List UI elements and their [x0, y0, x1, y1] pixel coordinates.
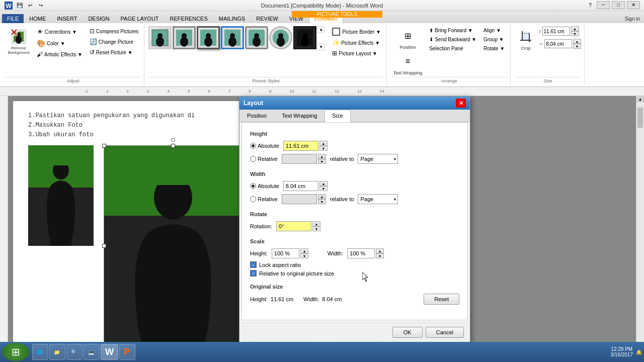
height-spinner[interactable]: ▲ ▼: [571, 26, 579, 36]
width-spinner[interactable]: ▲ ▼: [573, 39, 581, 49]
picture-effects-btn[interactable]: ✨ Picture Effects ▼: [330, 38, 383, 48]
bring-forward-btn[interactable]: ⬆ Bring Forward ▼: [427, 26, 479, 35]
scrollbar-vertical[interactable]: ▲ ▼: [636, 96, 644, 349]
rotation-value[interactable]: [276, 221, 311, 231]
handle-tl[interactable]: [102, 144, 106, 148]
group-btn[interactable]: Group ▼: [481, 35, 507, 44]
width-abs-up[interactable]: ▲: [319, 181, 328, 186]
style-2[interactable]: [173, 26, 196, 49]
tab-text-wrapping[interactable]: Text Wrapping: [274, 110, 325, 122]
style-scroll[interactable]: ▲ ▼: [317, 26, 325, 50]
text-wrapping-btn[interactable]: ≡ Text Wrapping: [391, 52, 425, 77]
height-relative-radio[interactable]: Relative: [250, 156, 278, 162]
style-3[interactable]: [197, 26, 220, 49]
scroll-track[interactable]: [636, 103, 644, 342]
small-image[interactable]: [28, 145, 94, 246]
sign-in-btn[interactable]: Sign in: [620, 15, 644, 23]
rotation-up[interactable]: ▲: [312, 221, 320, 226]
width-abs-spinner[interactable]: ▲ ▼: [319, 181, 328, 191]
height-absolute-radio[interactable]: Absolute: [250, 143, 279, 149]
picture-layout-btn[interactable]: ⊞ Picture Layout ▼: [330, 48, 383, 58]
height-abs-spinner[interactable]: ▲ ▼: [319, 141, 328, 151]
taskbar-explorer[interactable]: 📁: [49, 344, 65, 360]
height-relative-to-select[interactable]: Page: [358, 154, 398, 164]
width-down[interactable]: ▼: [573, 44, 581, 49]
relative-orig-row[interactable]: Relative to original picture size: [250, 270, 459, 277]
width-up[interactable]: ▲: [573, 39, 581, 44]
reset-picture-btn[interactable]: ↺ Reset Picture ▼: [87, 47, 141, 57]
style-scroll-down[interactable]: ▼: [317, 44, 325, 50]
large-image[interactable]: [104, 145, 242, 346]
style-6[interactable]: [269, 26, 292, 49]
scale-height-down[interactable]: ▼: [300, 253, 308, 258]
style-7[interactable]: [293, 26, 316, 49]
reset-btn[interactable]: Reset: [424, 294, 459, 305]
selection-pane-btn[interactable]: Selection Pane: [427, 44, 479, 53]
compress-pictures-btn[interactable]: ⊡ Compress Pictures: [87, 26, 141, 36]
crop-btn[interactable]: Crop: [515, 26, 537, 53]
rotate-handle[interactable]: [171, 138, 175, 142]
color-btn[interactable]: 🎨 Color ▼: [34, 38, 85, 49]
scale-width-down[interactable]: ▼: [376, 253, 384, 258]
remove-background-btn[interactable]: Remove Background: [5, 26, 32, 57]
taskbar-powerpoint[interactable]: P: [119, 344, 135, 360]
rotate-btn[interactable]: Rotate ▼: [481, 44, 507, 53]
corrections-btn[interactable]: ☀ Corrections ▼: [34, 26, 85, 37]
taskbar-notification[interactable]: 🔔: [636, 349, 642, 355]
position-btn[interactable]: ⊞ Position: [391, 26, 425, 51]
width-relative-radio[interactable]: Relative: [250, 196, 278, 202]
tab-mailings[interactable]: MAILINGS: [213, 14, 251, 23]
taskbar-ie[interactable]: 🌐: [32, 344, 48, 360]
scale-width-spinner[interactable]: ▲ ▼: [376, 248, 384, 258]
undo-quick-btn[interactable]: ↩: [26, 1, 35, 10]
lock-aspect-row[interactable]: Lock aspect ratio: [250, 261, 459, 268]
width-absolute-value[interactable]: [283, 181, 318, 191]
tab-size[interactable]: Size: [325, 110, 350, 122]
scale-width-up[interactable]: ▲: [376, 248, 384, 253]
style-5[interactable]: [245, 26, 268, 49]
height-relative-value[interactable]: [282, 154, 317, 164]
taskbar-magnifier[interactable]: 🔍: [66, 344, 83, 360]
height-down[interactable]: ▼: [571, 31, 579, 36]
rotation-spinner[interactable]: ▲ ▼: [312, 221, 320, 231]
rotation-down[interactable]: ▼: [312, 226, 320, 231]
width-relative-to-select-wrapper[interactable]: Page: [358, 194, 398, 204]
change-picture-btn[interactable]: 🔄 Change Picture: [87, 37, 141, 47]
lock-aspect-checkbox[interactable]: [250, 261, 257, 268]
width-relative-value[interactable]: [282, 194, 317, 204]
picture-border-btn[interactable]: Picture Border ▼: [330, 26, 383, 37]
taskbar-computer[interactable]: 💻: [84, 344, 100, 360]
style-scroll-up[interactable]: ▲: [317, 26, 325, 33]
help-btn[interactable]: ?: [586, 1, 595, 10]
tab-page-layout[interactable]: PAGE LAYOUT: [115, 14, 165, 23]
scale-height-spinner[interactable]: ▲ ▼: [300, 248, 308, 258]
tab-position[interactable]: Position: [239, 110, 274, 122]
dialog-close-btn[interactable]: ✕: [456, 99, 466, 108]
tab-file[interactable]: FILE: [2, 14, 24, 23]
width-relative-to-select[interactable]: Page: [358, 194, 398, 204]
height-absolute-value[interactable]: [283, 141, 318, 151]
handle-ml[interactable]: [102, 244, 106, 248]
taskbar-word[interactable]: W: [101, 344, 118, 360]
close-btn[interactable]: ✕: [627, 1, 640, 9]
artistic-btn[interactable]: 🖌 Artistic Effects ▼: [34, 49, 85, 59]
width-input[interactable]: [544, 39, 572, 48]
width-abs-down[interactable]: ▼: [319, 186, 328, 191]
height-relative-to-select-wrapper[interactable]: Page: [358, 154, 398, 164]
maximize-btn[interactable]: □: [612, 1, 625, 9]
style-4[interactable]: [221, 26, 244, 49]
tab-insert[interactable]: INSERT: [51, 14, 83, 23]
scroll-up-btn[interactable]: ▲: [636, 96, 644, 103]
style-1[interactable]: [148, 26, 172, 49]
scale-height-value[interactable]: [272, 248, 299, 258]
scroll-thumb[interactable]: [637, 108, 643, 128]
tab-home[interactable]: HOME: [24, 14, 51, 23]
start-button[interactable]: ⊞: [2, 343, 29, 361]
height-input[interactable]: [542, 27, 570, 36]
height-abs-down[interactable]: ▼: [319, 146, 328, 151]
redo-quick-btn[interactable]: ↪: [36, 1, 45, 10]
tab-references[interactable]: REFERENCES: [165, 14, 213, 23]
scale-height-up[interactable]: ▲: [300, 248, 308, 253]
save-quick-btn[interactable]: 💾: [15, 1, 24, 10]
tab-review[interactable]: REVIEW: [251, 14, 283, 23]
